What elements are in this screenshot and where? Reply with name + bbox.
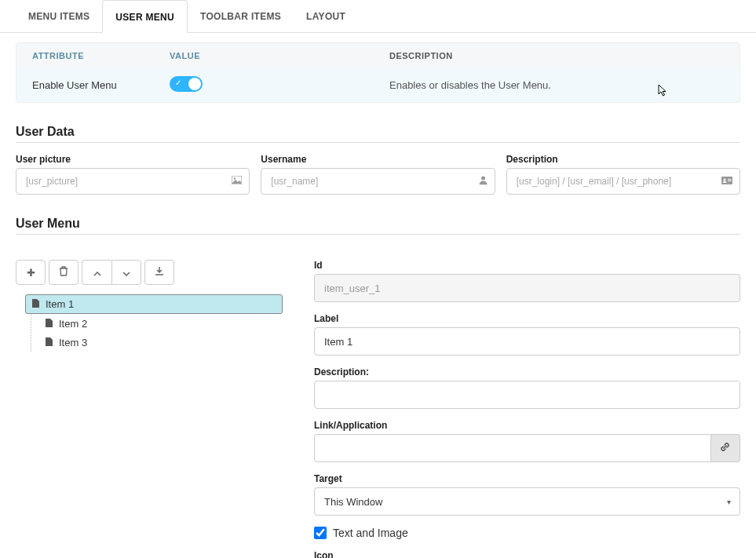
section-title-user-data: User Data [16, 125, 740, 139]
tab-user-menu[interactable]: USER MENU [102, 0, 188, 33]
svg-rect-5 [728, 179, 732, 180]
enable-user-menu-toggle[interactable]: ✓ [170, 76, 203, 92]
description-input[interactable] [506, 168, 740, 195]
plus-icon: ✚ [27, 267, 35, 279]
description-label: Description [506, 154, 740, 165]
svg-point-1 [234, 177, 236, 179]
description-field-label: Description: [314, 367, 740, 377]
item-description-input[interactable] [314, 381, 740, 409]
user-icon [479, 176, 488, 188]
toggle-knob [188, 78, 201, 90]
chevron-down-icon [122, 267, 130, 279]
label-input[interactable] [314, 327, 740, 356]
download-icon [155, 266, 164, 279]
check-icon: ✓ [175, 78, 181, 87]
move-up-button[interactable] [82, 260, 111, 285]
add-button[interactable]: ✚ [16, 260, 46, 285]
link-icon [719, 441, 731, 455]
tree-item[interactable]: Item 1 [25, 294, 283, 314]
svg-point-2 [481, 177, 485, 181]
svg-point-4 [723, 179, 725, 181]
image-icon [232, 176, 242, 187]
id-label: Id [314, 260, 740, 271]
tree-toolbar: ✚ [16, 260, 283, 285]
link-picker-button[interactable] [711, 434, 740, 462]
items-tree: Item 1 Item 2 Item 3 [25, 294, 283, 352]
col-header-attribute: ATTRIBUTE [32, 51, 170, 60]
svg-rect-6 [728, 181, 732, 181]
id-input [314, 274, 740, 302]
section-title-user-menu: User Menu [16, 217, 740, 231]
attribute-table: ATTRIBUTE VALUE DESCRIPTION Enable User … [16, 42, 740, 103]
tree-item[interactable]: Item 2 [39, 315, 283, 333]
target-select[interactable]: This Window [314, 487, 740, 516]
username-label: Username [261, 154, 495, 165]
tree-item[interactable]: Item 3 [39, 334, 283, 352]
enable-user-menu-description: Enables or disables the User Menu. [389, 79, 724, 91]
chevron-up-icon [93, 267, 101, 279]
text-and-image-label[interactable]: Text and Image [333, 527, 408, 539]
delete-button[interactable] [49, 260, 79, 285]
label-field-label: Label [314, 313, 740, 324]
divider [16, 142, 740, 143]
username-input[interactable] [261, 168, 495, 195]
tab-layout[interactable]: LAYOUT [294, 0, 358, 32]
move-down-button[interactable] [111, 260, 141, 285]
tree-item-label: Item 2 [59, 318, 87, 330]
trash-icon [59, 266, 68, 279]
icon-field-label: Icon [314, 550, 740, 558]
id-card-icon [721, 176, 732, 187]
file-icon [32, 299, 39, 309]
tab-menu-items[interactable]: MENU ITEMS [16, 0, 102, 32]
file-icon [46, 337, 53, 348]
tabs-bar: MENU ITEMS USER MENU TOOLBAR ITEMS LAYOU… [0, 0, 756, 33]
user-picture-input[interactable] [16, 168, 250, 195]
file-icon [46, 319, 53, 329]
link-input[interactable] [314, 434, 711, 462]
divider [16, 234, 740, 235]
enable-user-menu-label: Enable User Menu [32, 79, 170, 91]
user-picture-label: User picture [16, 154, 250, 165]
text-and-image-checkbox[interactable] [314, 527, 327, 539]
link-label: Link/Application [314, 420, 740, 431]
tree-item-label: Item 1 [46, 298, 74, 310]
col-header-value: VALUE [170, 51, 389, 60]
tree-item-label: Item 3 [59, 337, 87, 348]
import-button[interactable] [144, 260, 174, 285]
tab-toolbar-items[interactable]: TOOLBAR ITEMS [188, 0, 294, 32]
col-header-description: DESCRIPTION [389, 51, 724, 60]
target-label: Target [314, 473, 740, 484]
